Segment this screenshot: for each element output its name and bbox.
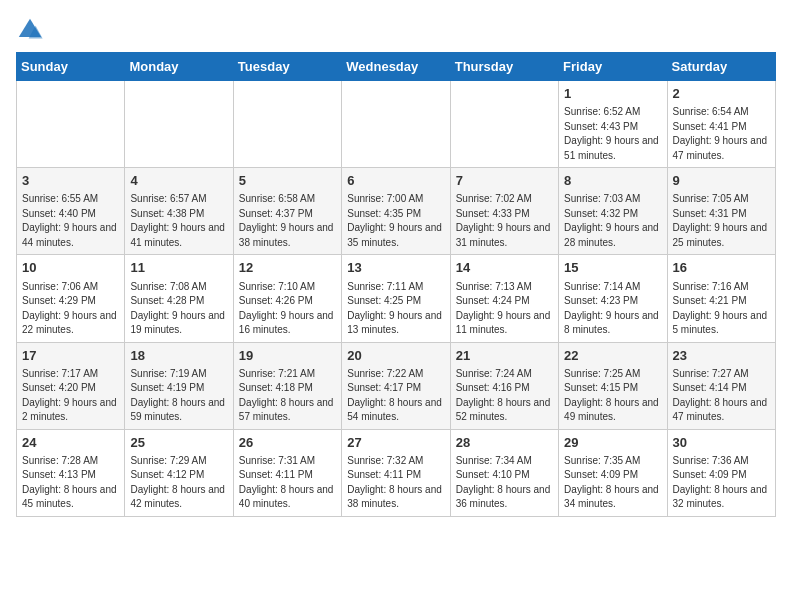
day-number: 5 <box>239 172 336 190</box>
calendar-cell <box>450 81 558 168</box>
calendar-cell: 12Sunrise: 7:10 AMSunset: 4:26 PMDayligh… <box>233 255 341 342</box>
calendar-cell: 11Sunrise: 7:08 AMSunset: 4:28 PMDayligh… <box>125 255 233 342</box>
day-info: Sunrise: 6:57 AMSunset: 4:38 PMDaylight:… <box>130 192 227 250</box>
day-of-week-header: Friday <box>559 53 667 81</box>
day-number: 7 <box>456 172 553 190</box>
calendar-cell: 19Sunrise: 7:21 AMSunset: 4:18 PMDayligh… <box>233 342 341 429</box>
day-info: Sunrise: 7:10 AMSunset: 4:26 PMDaylight:… <box>239 280 336 338</box>
calendar-cell: 4Sunrise: 6:57 AMSunset: 4:38 PMDaylight… <box>125 168 233 255</box>
day-info: Sunrise: 7:35 AMSunset: 4:09 PMDaylight:… <box>564 454 661 512</box>
day-number: 26 <box>239 434 336 452</box>
calendar-cell: 3Sunrise: 6:55 AMSunset: 4:40 PMDaylight… <box>17 168 125 255</box>
page-header <box>16 16 776 44</box>
day-info: Sunrise: 7:31 AMSunset: 4:11 PMDaylight:… <box>239 454 336 512</box>
day-info: Sunrise: 7:14 AMSunset: 4:23 PMDaylight:… <box>564 280 661 338</box>
calendar-table: SundayMondayTuesdayWednesdayThursdayFrid… <box>16 52 776 517</box>
day-number: 15 <box>564 259 661 277</box>
day-info: Sunrise: 7:11 AMSunset: 4:25 PMDaylight:… <box>347 280 444 338</box>
day-number: 8 <box>564 172 661 190</box>
day-info: Sunrise: 6:52 AMSunset: 4:43 PMDaylight:… <box>564 105 661 163</box>
calendar-cell <box>17 81 125 168</box>
day-info: Sunrise: 7:00 AMSunset: 4:35 PMDaylight:… <box>347 192 444 250</box>
calendar-cell: 29Sunrise: 7:35 AMSunset: 4:09 PMDayligh… <box>559 429 667 516</box>
calendar-cell: 8Sunrise: 7:03 AMSunset: 4:32 PMDaylight… <box>559 168 667 255</box>
day-number: 28 <box>456 434 553 452</box>
day-of-week-header: Monday <box>125 53 233 81</box>
day-number: 13 <box>347 259 444 277</box>
day-number: 11 <box>130 259 227 277</box>
day-info: Sunrise: 7:28 AMSunset: 4:13 PMDaylight:… <box>22 454 119 512</box>
day-info: Sunrise: 7:03 AMSunset: 4:32 PMDaylight:… <box>564 192 661 250</box>
day-info: Sunrise: 7:13 AMSunset: 4:24 PMDaylight:… <box>456 280 553 338</box>
day-number: 27 <box>347 434 444 452</box>
day-number: 29 <box>564 434 661 452</box>
day-info: Sunrise: 7:06 AMSunset: 4:29 PMDaylight:… <box>22 280 119 338</box>
logo <box>16 16 48 44</box>
calendar-cell: 18Sunrise: 7:19 AMSunset: 4:19 PMDayligh… <box>125 342 233 429</box>
calendar-cell: 10Sunrise: 7:06 AMSunset: 4:29 PMDayligh… <box>17 255 125 342</box>
calendar-cell: 7Sunrise: 7:02 AMSunset: 4:33 PMDaylight… <box>450 168 558 255</box>
day-info: Sunrise: 7:08 AMSunset: 4:28 PMDaylight:… <box>130 280 227 338</box>
calendar-week-row: 24Sunrise: 7:28 AMSunset: 4:13 PMDayligh… <box>17 429 776 516</box>
day-info: Sunrise: 7:29 AMSunset: 4:12 PMDaylight:… <box>130 454 227 512</box>
day-number: 6 <box>347 172 444 190</box>
calendar-cell: 30Sunrise: 7:36 AMSunset: 4:09 PMDayligh… <box>667 429 775 516</box>
day-number: 4 <box>130 172 227 190</box>
day-info: Sunrise: 7:02 AMSunset: 4:33 PMDaylight:… <box>456 192 553 250</box>
calendar-cell: 9Sunrise: 7:05 AMSunset: 4:31 PMDaylight… <box>667 168 775 255</box>
day-number: 20 <box>347 347 444 365</box>
day-number: 9 <box>673 172 770 190</box>
day-number: 12 <box>239 259 336 277</box>
calendar-week-row: 10Sunrise: 7:06 AMSunset: 4:29 PMDayligh… <box>17 255 776 342</box>
calendar-cell <box>125 81 233 168</box>
calendar-cell: 26Sunrise: 7:31 AMSunset: 4:11 PMDayligh… <box>233 429 341 516</box>
day-number: 25 <box>130 434 227 452</box>
day-number: 24 <box>22 434 119 452</box>
calendar-cell: 15Sunrise: 7:14 AMSunset: 4:23 PMDayligh… <box>559 255 667 342</box>
day-number: 18 <box>130 347 227 365</box>
day-info: Sunrise: 7:24 AMSunset: 4:16 PMDaylight:… <box>456 367 553 425</box>
day-info: Sunrise: 7:21 AMSunset: 4:18 PMDaylight:… <box>239 367 336 425</box>
day-number: 1 <box>564 85 661 103</box>
day-info: Sunrise: 7:27 AMSunset: 4:14 PMDaylight:… <box>673 367 770 425</box>
calendar-cell <box>342 81 450 168</box>
calendar-header-row: SundayMondayTuesdayWednesdayThursdayFrid… <box>17 53 776 81</box>
day-info: Sunrise: 7:19 AMSunset: 4:19 PMDaylight:… <box>130 367 227 425</box>
calendar-cell: 27Sunrise: 7:32 AMSunset: 4:11 PMDayligh… <box>342 429 450 516</box>
day-of-week-header: Wednesday <box>342 53 450 81</box>
calendar-cell: 1Sunrise: 6:52 AMSunset: 4:43 PMDaylight… <box>559 81 667 168</box>
calendar-cell: 5Sunrise: 6:58 AMSunset: 4:37 PMDaylight… <box>233 168 341 255</box>
day-number: 14 <box>456 259 553 277</box>
calendar-cell: 23Sunrise: 7:27 AMSunset: 4:14 PMDayligh… <box>667 342 775 429</box>
calendar-cell: 24Sunrise: 7:28 AMSunset: 4:13 PMDayligh… <box>17 429 125 516</box>
calendar-week-row: 3Sunrise: 6:55 AMSunset: 4:40 PMDaylight… <box>17 168 776 255</box>
day-info: Sunrise: 7:16 AMSunset: 4:21 PMDaylight:… <box>673 280 770 338</box>
calendar-cell: 6Sunrise: 7:00 AMSunset: 4:35 PMDaylight… <box>342 168 450 255</box>
calendar-cell: 14Sunrise: 7:13 AMSunset: 4:24 PMDayligh… <box>450 255 558 342</box>
day-info: Sunrise: 6:58 AMSunset: 4:37 PMDaylight:… <box>239 192 336 250</box>
logo-icon <box>16 16 44 44</box>
day-of-week-header: Sunday <box>17 53 125 81</box>
day-info: Sunrise: 6:54 AMSunset: 4:41 PMDaylight:… <box>673 105 770 163</box>
day-number: 17 <box>22 347 119 365</box>
day-info: Sunrise: 7:22 AMSunset: 4:17 PMDaylight:… <box>347 367 444 425</box>
calendar-cell: 20Sunrise: 7:22 AMSunset: 4:17 PMDayligh… <box>342 342 450 429</box>
calendar-week-row: 17Sunrise: 7:17 AMSunset: 4:20 PMDayligh… <box>17 342 776 429</box>
day-info: Sunrise: 7:17 AMSunset: 4:20 PMDaylight:… <box>22 367 119 425</box>
calendar-cell: 28Sunrise: 7:34 AMSunset: 4:10 PMDayligh… <box>450 429 558 516</box>
day-info: Sunrise: 7:05 AMSunset: 4:31 PMDaylight:… <box>673 192 770 250</box>
calendar-cell <box>233 81 341 168</box>
day-info: Sunrise: 7:32 AMSunset: 4:11 PMDaylight:… <box>347 454 444 512</box>
day-number: 19 <box>239 347 336 365</box>
calendar-week-row: 1Sunrise: 6:52 AMSunset: 4:43 PMDaylight… <box>17 81 776 168</box>
calendar-cell: 16Sunrise: 7:16 AMSunset: 4:21 PMDayligh… <box>667 255 775 342</box>
day-of-week-header: Thursday <box>450 53 558 81</box>
calendar-cell: 22Sunrise: 7:25 AMSunset: 4:15 PMDayligh… <box>559 342 667 429</box>
calendar-cell: 17Sunrise: 7:17 AMSunset: 4:20 PMDayligh… <box>17 342 125 429</box>
day-number: 2 <box>673 85 770 103</box>
day-number: 21 <box>456 347 553 365</box>
day-number: 22 <box>564 347 661 365</box>
day-of-week-header: Tuesday <box>233 53 341 81</box>
day-info: Sunrise: 7:25 AMSunset: 4:15 PMDaylight:… <box>564 367 661 425</box>
day-info: Sunrise: 7:36 AMSunset: 4:09 PMDaylight:… <box>673 454 770 512</box>
